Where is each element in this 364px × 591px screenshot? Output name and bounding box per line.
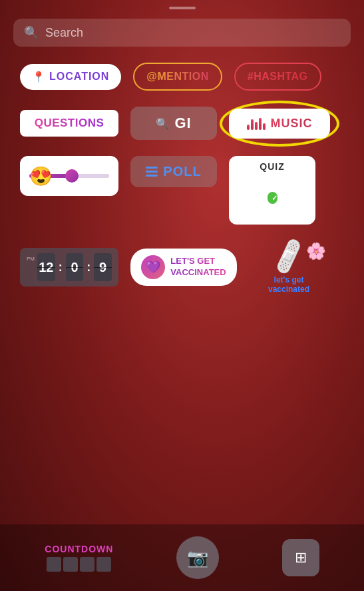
quiz-title: QUIZ: [260, 161, 284, 172]
camera-icon: 📷: [187, 548, 208, 568]
clock-pm: PM: [27, 256, 35, 262]
pin-icon: 📍: [32, 71, 45, 83]
camera-button[interactable]: 📷: [176, 536, 219, 579]
poll-sticker[interactable]: POLL: [130, 156, 217, 187]
countdown-blocks: [47, 557, 111, 572]
search-icon: 🔍: [24, 25, 39, 40]
countdown-block-4: [96, 557, 111, 572]
search-placeholder: Search: [45, 26, 83, 40]
countdown-section[interactable]: COUNTDOWN: [45, 544, 113, 572]
top-handle-bar: [169, 7, 196, 9]
clock-digit-1: 12: [37, 253, 55, 281]
music-sticker-wrap: MUSIC: [229, 109, 330, 139]
clock-minutes: 0: [71, 261, 78, 274]
quiz-sticker[interactable]: QUIZ: [229, 156, 315, 225]
poll-label: POLL: [163, 164, 201, 179]
sticker-row-1: 📍 LOCATION @MENTION #HASHTAG: [20, 63, 344, 91]
location-label: LOCATION: [49, 71, 109, 83]
flower-icon: 🌸: [306, 242, 326, 261]
add-to-story-button[interactable]: ⊞: [282, 539, 319, 576]
music-bars-icon: [247, 117, 266, 130]
gif-sticker[interactable]: 🔍 GI: [130, 107, 217, 140]
clock-digit-3: 9: [94, 253, 112, 281]
location-sticker[interactable]: 📍 LOCATION: [20, 64, 121, 90]
search-bar[interactable]: 🔍 Search: [13, 19, 351, 47]
hashtag-label: #HASHTAG: [248, 71, 308, 83]
animated-vaccinated-sticker[interactable]: 🌸 🩹 let's getvaccinated: [249, 241, 329, 294]
slider-thumb: [65, 169, 79, 183]
gif-label: GI: [174, 115, 191, 132]
questions-label: QUESTIONS: [35, 117, 104, 130]
clock-sticker[interactable]: PM 12 : 0 : 9: [20, 248, 118, 287]
sticker-row-3: 😍 POLL QUIZ: [20, 156, 344, 225]
gif-search-icon: 🔍: [156, 117, 169, 130]
questions-sticker[interactable]: QUESTIONS: [20, 110, 118, 137]
emoji-slider-sticker[interactable]: 😍: [20, 156, 118, 196]
vaccinated-label: LET'S GETVACCINATED: [170, 256, 226, 279]
vaccinated-sticker[interactable]: 💜 LET'S GETVACCINATED: [130, 249, 237, 286]
clock-colon-2: :: [87, 261, 91, 275]
countdown-block-3: [80, 557, 94, 572]
sticker-row-4: PM 12 : 0 : 9 💜 LET'S GETVACCINATED 🌸 🩹 …: [20, 241, 344, 294]
vaccinated-heart-icon: 💜: [141, 255, 165, 279]
music-label: MUSIC: [271, 117, 313, 131]
quiz-option-2: [268, 192, 277, 204]
animated-label: let's getvaccinated: [268, 275, 309, 294]
poll-lines-icon: [146, 167, 158, 177]
clock-seconds: 9: [99, 261, 106, 274]
clock-hours: 12: [39, 261, 53, 274]
clock-colon-1: :: [59, 261, 63, 275]
countdown-label: COUNTDOWN: [45, 544, 113, 554]
mention-sticker[interactable]: @MENTION: [133, 63, 222, 91]
music-sticker[interactable]: MUSIC: [229, 109, 330, 139]
countdown-block-1: [47, 557, 61, 572]
countdown-block-2: [63, 557, 78, 572]
emoji-face: 😍: [29, 165, 53, 187]
add-icon: ⊞: [295, 549, 307, 566]
sticker-grid: 📍 LOCATION @MENTION #HASHTAG QUESTIONS 🔍…: [0, 47, 364, 294]
mention-label: @MENTION: [146, 71, 208, 83]
hashtag-sticker[interactable]: #HASHTAG: [234, 63, 321, 91]
sticker-row-2: QUESTIONS 🔍 GI MUSIC: [20, 107, 344, 140]
band-aid-icon: 🩹: [268, 236, 309, 277]
clock-digit-2: 0: [66, 253, 84, 281]
bottom-bar: COUNTDOWN 📷 ⊞: [0, 524, 364, 591]
